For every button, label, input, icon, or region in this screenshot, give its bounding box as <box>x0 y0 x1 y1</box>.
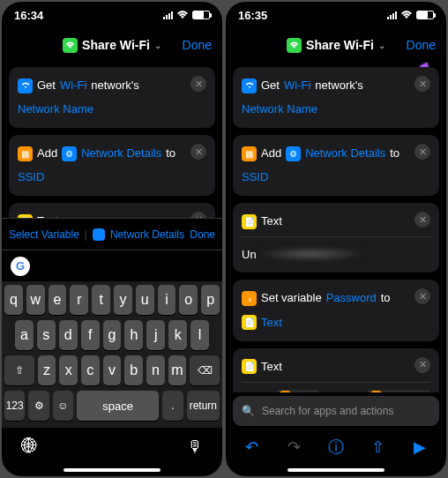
emoji-key[interactable]: ☺ <box>53 391 73 421</box>
action-set-variable[interactable]: ✕ 𝑥 Set variable Password to 📄 Text <box>233 280 439 340</box>
key-s[interactable]: s <box>37 320 56 350</box>
password-var[interactable]: Password <box>326 288 377 308</box>
action-text[interactable]: ✕ 📄 Text Un <box>9 203 215 218</box>
keyboard-bottom: 🌐︎ 🎙 <box>2 428 222 465</box>
keyboard-toolbar: Select Variable | ⚙ Network Details Done <box>2 218 222 250</box>
play-button[interactable]: ▶ <box>407 437 433 457</box>
action-text[interactable]: ✕ 📄 Text Un <box>233 203 439 273</box>
key-z[interactable]: z <box>38 355 56 385</box>
key-q[interactable]: q <box>4 285 23 315</box>
key-u[interactable]: u <box>136 285 154 315</box>
key-v[interactable]: v <box>103 355 122 385</box>
key-b[interactable]: b <box>124 355 143 385</box>
ssid-param[interactable]: SSID <box>242 168 430 187</box>
network-name-param[interactable]: Network Name <box>18 100 206 119</box>
search-input[interactable]: 🔍 Search for apps and actions <box>233 396 439 426</box>
keyboard: qwertyuiop asdfghjkl ⇧ zxcvbnm ⌫ 123 ⚙ ☺… <box>2 281 222 428</box>
ssid-param[interactable]: SSID <box>18 168 206 187</box>
mic-icon[interactable]: 🎙 <box>187 437 203 456</box>
key-x[interactable]: x <box>59 355 78 385</box>
close-icon[interactable]: ✕ <box>414 357 430 373</box>
key-j[interactable]: j <box>146 320 165 350</box>
home-indicator[interactable] <box>63 468 161 472</box>
period-key[interactable]: . <box>162 391 183 421</box>
key-c[interactable]: c <box>81 355 100 385</box>
return-key[interactable]: return <box>187 391 220 421</box>
text-var[interactable]: Text <box>261 313 282 332</box>
password-token[interactable]: 𝑥Password <box>367 390 430 392</box>
key-m[interactable]: m <box>168 355 187 385</box>
wifi-param[interactable]: Wi-Fi <box>284 76 310 95</box>
wifi-icon <box>400 9 413 22</box>
keyboard-suggestions: G <box>2 250 222 281</box>
var-icon: ⚙ <box>286 146 301 161</box>
select-variable-button[interactable]: Select Variable <box>9 228 79 241</box>
header: Share Wi-Fi ⌄ Done <box>2 28 222 62</box>
key-n[interactable]: n <box>146 355 165 385</box>
done-button[interactable]: Done <box>407 38 436 52</box>
key-l[interactable]: l <box>190 320 209 350</box>
key-t[interactable]: t <box>92 285 110 315</box>
key-k[interactable]: k <box>168 320 187 350</box>
wifi-action-icon <box>18 78 33 93</box>
space-key[interactable]: space <box>77 391 159 421</box>
action-get-wifi[interactable]: ✕ Get Wi-Fi network's Network Name <box>233 67 439 128</box>
info-button[interactable]: ⓘ <box>323 437 349 458</box>
done-button[interactable]: Done <box>183 38 212 52</box>
actions-list: ✕ Get Wi-Fi network's Network Name ✕ ▦ A… <box>2 62 222 218</box>
network-details-token[interactable]: Network Details <box>110 228 184 241</box>
close-icon[interactable]: ✕ <box>414 76 430 92</box>
toolbar: ↶ ↷ ⓘ ⇧ ▶ <box>226 429 446 465</box>
ssid-token[interactable]: 𝑥SSID <box>276 390 320 392</box>
wifi-string-field[interactable]: WIFI:S: 𝑥SSID ;T:WPA;P: 𝑥Password ;; <box>242 390 430 392</box>
text-icon: 📄 <box>242 315 257 330</box>
text-field[interactable]: Un <box>242 244 430 264</box>
key-w[interactable]: w <box>26 285 45 315</box>
action-add-dictionary[interactable]: ✕ ▦ Add ⚙ Network Details to SSID <box>233 135 439 196</box>
signal-icon <box>387 11 397 19</box>
network-name-param[interactable]: Network Name <box>242 100 430 119</box>
globe-icon[interactable]: 🌐︎ <box>21 437 37 456</box>
status-bar: 16:34 <box>2 2 222 28</box>
key-p[interactable]: p <box>201 285 220 315</box>
home-indicator[interactable] <box>287 468 385 472</box>
key-r[interactable]: r <box>70 285 88 315</box>
undo-button[interactable]: ↶ <box>239 437 265 457</box>
share-button[interactable]: ⇧ <box>365 437 392 457</box>
redacted-text <box>258 247 364 261</box>
key-e[interactable]: e <box>49 285 67 315</box>
key-h[interactable]: h <box>124 320 143 350</box>
var-icon: ⚙ <box>93 228 105 241</box>
wifi-action-icon <box>242 78 257 93</box>
numbers-key[interactable]: 123 <box>4 391 25 421</box>
battery-icon <box>416 11 434 19</box>
phone-left: 16:34 Share Wi-Fi ⌄ Done ✕ Get Wi-Fi net <box>2 2 222 476</box>
network-details-var[interactable]: Network Details <box>81 144 161 163</box>
text-icon: 📄 <box>242 214 257 229</box>
chevron-down-icon[interactable]: ⌄ <box>378 41 385 50</box>
key-g[interactable]: g <box>103 320 122 350</box>
key-a[interactable]: a <box>15 320 34 350</box>
status-icons <box>163 9 210 22</box>
text-icon: 📄 <box>18 214 33 218</box>
key-f[interactable]: f <box>81 320 100 350</box>
wifi-param[interactable]: Wi-Fi <box>60 76 86 95</box>
key-i[interactable]: i <box>158 285 176 315</box>
key-y[interactable]: y <box>114 285 132 315</box>
key-o[interactable]: o <box>179 285 198 315</box>
action-get-wifi[interactable]: ✕ Get Wi-Fi network's Network Name <box>9 67 215 128</box>
shift-key[interactable]: ⇧ <box>4 355 34 385</box>
network-details-var[interactable]: Network Details <box>305 144 385 163</box>
google-icon[interactable]: G <box>11 257 30 276</box>
backspace-key[interactable]: ⌫ <box>190 355 220 385</box>
action-text-2[interactable]: ✕ 📄 Text WIFI:S: 𝑥SSID ;T:WPA;P: 𝑥Passwo… <box>233 348 439 392</box>
status-bar: 16:35 <box>226 2 446 28</box>
keyboard-done-button[interactable]: Done <box>190 228 215 241</box>
redo-button: ↷ <box>280 437 307 457</box>
close-icon[interactable]: ✕ <box>190 76 206 92</box>
phone-right: 16:35 Share Wi-Fi ⌄ Done ➚ ✕ Get Wi-Fi n… <box>226 2 446 476</box>
chevron-down-icon[interactable]: ⌄ <box>154 41 161 50</box>
key-d[interactable]: d <box>59 320 78 350</box>
settings-key[interactable]: ⚙ <box>28 391 49 421</box>
action-add-dictionary[interactable]: ✕ ▦ Add ⚙ Network Details to SSID <box>9 135 215 196</box>
